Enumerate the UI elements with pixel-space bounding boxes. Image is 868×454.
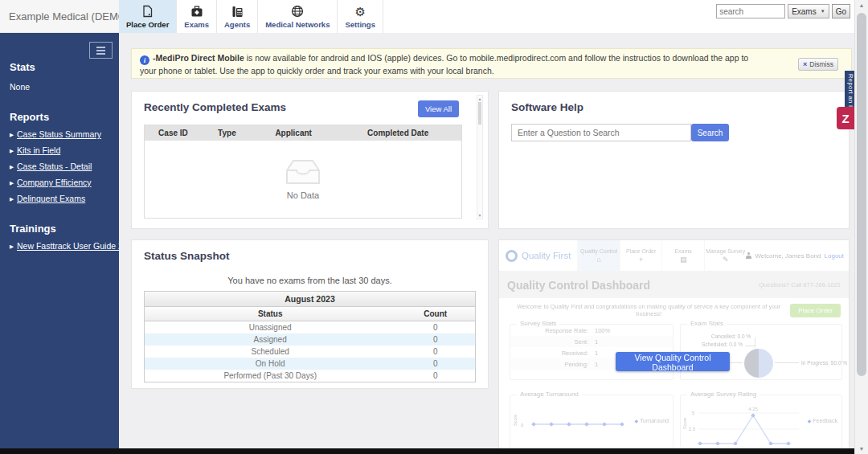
- svg-text:Score: Score: [682, 418, 687, 429]
- sidebar-item-company-efficiency[interactable]: ▶Company Efficiency: [10, 178, 109, 187]
- table-row: Performed (Past 30 Days)0: [145, 370, 475, 382]
- peak-value-label: 4.25: [748, 407, 758, 411]
- search-scope-select[interactable]: Exams ▼: [788, 4, 829, 18]
- sidebar-item-fasttrack-guide[interactable]: ▶New Fasttrack User Guide 2018: [10, 241, 109, 251]
- tab-settings[interactable]: ⚙ Settings: [338, 0, 383, 33]
- software-help-panel: Software Help Search: [498, 91, 850, 229]
- panel-title: Recently Completed Exams: [144, 101, 286, 113]
- table-row: Scheduled0: [145, 346, 475, 358]
- quality-tab-quality-control: Quality Control⌂: [577, 240, 620, 271]
- support-z-badge[interactable]: Z: [837, 107, 854, 129]
- scroll-up-icon: ▲: [477, 96, 482, 101]
- sidebar-stats-value: None: [10, 82, 109, 92]
- scrollbar-thumb: [857, 13, 866, 376]
- quality-first-logo: Quality First: [499, 240, 577, 271]
- sidebar-item-case-status-summary[interactable]: ▶Case Status Summary: [10, 129, 109, 139]
- month-header: August 2023: [145, 292, 475, 307]
- panel-title: Software Help: [511, 101, 583, 113]
- sidebar-reports-heading: Reports: [10, 111, 109, 123]
- document-icon: [141, 5, 154, 18]
- globe-logo-icon: [506, 250, 518, 262]
- fax-icon: [231, 5, 244, 18]
- globe-icon: [291, 5, 304, 18]
- status-table-header: Status Count: [145, 307, 475, 321]
- header-search: Exams ▼ Go: [716, 4, 850, 18]
- questions-phone-text: Questions? Call 877-266-1021: [759, 281, 841, 288]
- quality-control-widget: Quality First Quality Control⌂ Place Ord…: [498, 239, 850, 448]
- brand-title: Example Medical (DEMO): [0, 0, 119, 33]
- stat-row: Sent:1: [510, 336, 673, 347]
- average-survey-rating-box: Average Survey Rating Score 5 2.5: [680, 395, 842, 448]
- page-scrollbar[interactable]: ▲ ▼: [854, 0, 868, 454]
- svg-text:2.5: 2.5: [689, 427, 696, 432]
- tab-place-order[interactable]: Place Order: [119, 0, 177, 33]
- tab-label: Place Order: [126, 20, 169, 29]
- status-table: August 2023 Status Count Unassigned0 Ass…: [144, 291, 476, 382]
- tab-medical-networks[interactable]: Medical Networks: [258, 0, 338, 33]
- status-snapshot-panel: Status Snapshot You have no exams from t…: [131, 239, 489, 389]
- bottom-edge-bar: [0, 448, 854, 454]
- view-all-button[interactable]: View All: [418, 100, 459, 117]
- quality-preview: Quality First Quality Control⌂ Place Ord…: [499, 240, 849, 448]
- sidebar-stats-heading: Stats: [10, 61, 109, 73]
- sidebar-item-case-status-detail[interactable]: ▶Case Status - Detail: [10, 162, 109, 171]
- scrollbar-thumb: [478, 102, 481, 125]
- help-question-input[interactable]: [511, 124, 691, 141]
- scroll-down-icon: ▼: [855, 446, 868, 452]
- recent-exams-table: Case ID Type Applicant Completed Date No…: [144, 125, 462, 219]
- scroll-down-icon: ▼: [477, 213, 482, 218]
- chart-legend: ◆ Feedback: [808, 418, 837, 423]
- sidebar-item-kits-in-field[interactable]: ▶Kits in Field: [10, 145, 109, 155]
- banner-dismiss-button[interactable]: × Dismiss: [798, 58, 838, 71]
- table-empty-state: No Data: [145, 141, 461, 218]
- view-quality-control-dashboard-button[interactable]: View Quality Control Dashboard: [616, 352, 730, 371]
- svg-text:Score: Score: [513, 415, 518, 426]
- column-header: Case ID: [145, 129, 202, 137]
- table-scrollbar[interactable]: ▲ ▼: [477, 95, 483, 219]
- triangle-bullet-icon: ▶: [10, 148, 14, 153]
- column-header: Applicant: [252, 129, 334, 137]
- main-content: i-MediPro Direct Mobile is now available…: [119, 33, 854, 448]
- sidebar-item-delinquent-exams[interactable]: ▶Delinquent Exams: [10, 194, 109, 203]
- search-scope-value: Exams: [792, 7, 817, 16]
- help-search-button[interactable]: Search: [691, 124, 729, 141]
- info-icon: i: [140, 55, 149, 65]
- diamond-marker-icon: ◆: [808, 419, 812, 423]
- tab-label: Medical Networks: [265, 20, 330, 29]
- plus-icon: +: [639, 256, 643, 264]
- tab-label: Settings: [345, 20, 375, 29]
- tab-label: Exams: [184, 20, 209, 29]
- tab-agents[interactable]: Agents: [217, 0, 258, 33]
- welcome-text: Welcome, James Bond: [755, 252, 821, 260]
- search-input[interactable]: [716, 4, 785, 18]
- pie-label-cancelled: Cancelled: 0.0 %: [711, 333, 751, 339]
- list-icon: ▤: [680, 256, 687, 264]
- panel-title: Status Snapshot: [144, 250, 230, 262]
- table-row: Assigned0: [145, 333, 475, 346]
- pie-label-in-progress: In Progress: 50.0 %: [801, 360, 847, 366]
- sidebar-collapse-button[interactable]: [89, 42, 113, 59]
- svg-text:0: 0: [521, 423, 524, 427]
- quality-dashboard-title: Quality Control Dashboard: [507, 279, 650, 292]
- pie-label-scheduled: Scheduled: 0.0 %: [702, 342, 743, 347]
- chart-legend: ◆ Turnaround: [635, 418, 669, 423]
- triangle-bullet-icon: ▶: [10, 196, 14, 202]
- tab-exams[interactable]: Exams: [177, 0, 217, 33]
- pie-callout-line: [775, 362, 799, 363]
- quality-nav: Quality First Quality Control⌂ Place Ord…: [499, 240, 849, 272]
- search-go-button[interactable]: Go: [832, 4, 850, 18]
- logout-link: Logout: [825, 252, 844, 260]
- table-row: On Hold0: [145, 358, 475, 370]
- banner-bold-text: -MediPro Direct Mobile: [153, 53, 244, 63]
- pie-callout-line: [755, 337, 755, 348]
- quality-tab-exams: Exams▤: [661, 240, 704, 271]
- sidebar-trainings-heading: Trainings: [10, 223, 109, 235]
- sidebar: Stats None Reports ▶Case Status Summary …: [0, 33, 119, 448]
- home-icon: ⌂: [596, 256, 600, 264]
- top-nav: Place Order Exams Agents Medical Network…: [119, 0, 854, 34]
- column-header: Completed Date: [334, 129, 461, 137]
- recently-completed-exams-panel: Recently Completed Exams View All Case I…: [131, 91, 489, 229]
- column-header: Count: [395, 307, 475, 321]
- chevron-down-icon: ▼: [821, 9, 825, 14]
- column-header: Status: [145, 307, 395, 321]
